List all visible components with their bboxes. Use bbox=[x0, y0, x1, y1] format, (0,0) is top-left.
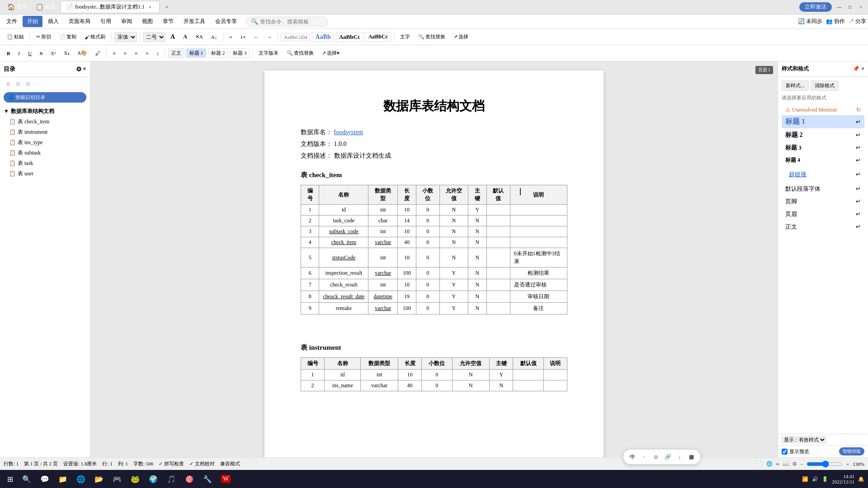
sidebar-item-subtask[interactable]: 📋 表 subtask bbox=[0, 148, 90, 158]
strikethrough-btn[interactable]: S bbox=[37, 49, 46, 57]
tab-close-btn[interactable]: × bbox=[146, 4, 154, 11]
ai-format-btn[interactable]: 智能排版 bbox=[839, 447, 864, 455]
style-header-apply-icon[interactable]: ↵ bbox=[856, 211, 861, 218]
float-download-btn[interactable]: ↓ bbox=[674, 451, 685, 462]
menu-review[interactable]: 审阅 bbox=[117, 16, 137, 27]
menu-start[interactable]: 开始 bbox=[23, 16, 42, 27]
style-preview-3[interactable]: AaBbCc bbox=[336, 32, 363, 42]
style-normal-apply-icon[interactable]: ↵ bbox=[856, 223, 861, 230]
align-right-btn[interactable]: ≡ bbox=[132, 49, 141, 57]
sidebar-item-ins-type[interactable]: 📋 表 ins_type bbox=[0, 137, 90, 148]
select-btn[interactable]: ↗ 选择 bbox=[450, 32, 472, 42]
style-preview-4[interactable]: AaBbCc bbox=[365, 32, 391, 42]
sidebar-settings-icon[interactable]: ⚙ bbox=[76, 66, 82, 73]
right-panel-close-icon[interactable]: × bbox=[861, 66, 864, 72]
view-focus-icon[interactable]: ⊙ bbox=[793, 461, 797, 467]
sidebar-btn-3[interactable]: □ bbox=[24, 79, 33, 88]
heading3-style-btn[interactable]: 标题 3 bbox=[230, 48, 250, 58]
menu-ref[interactable]: 引用 bbox=[96, 16, 116, 27]
font-large-btn[interactable]: A bbox=[167, 32, 178, 42]
style-link-apply-icon[interactable]: ↵ bbox=[856, 171, 861, 178]
align-center-btn[interactable]: ≡ bbox=[120, 49, 129, 57]
menu-insert[interactable]: 插入 bbox=[43, 16, 63, 27]
menu-layout[interactable]: 页面布局 bbox=[64, 16, 95, 27]
style-item-h2[interactable]: 标题 2 ↵ bbox=[782, 129, 864, 141]
right-panel-pin-icon[interactable]: 📌 bbox=[853, 66, 859, 72]
format-paint-btn[interactable]: 🖌 格式刷 bbox=[81, 32, 108, 42]
text-style-btn[interactable]: 文字版本 bbox=[255, 48, 282, 58]
close-btn[interactable]: × bbox=[857, 4, 864, 11]
select2-btn[interactable]: ↗ 选择▾ bbox=[319, 48, 343, 58]
search-input[interactable] bbox=[260, 19, 323, 25]
style-h3-apply-icon[interactable]: ↵ bbox=[856, 144, 861, 151]
italic-btn[interactable]: I bbox=[15, 49, 23, 57]
font-size-select[interactable]: 二号 bbox=[143, 32, 165, 42]
menu-vip[interactable]: 会员专享 bbox=[211, 16, 241, 27]
heading2-style-btn[interactable]: 标题 2 bbox=[208, 48, 228, 58]
preview-checkbox[interactable] bbox=[782, 449, 788, 455]
show-styles-select[interactable]: 显示：有效样式 bbox=[782, 436, 826, 443]
style-item-link[interactable]: 超链接 ↵ bbox=[782, 167, 864, 182]
superscript-btn[interactable]: X² bbox=[47, 49, 59, 57]
sidebar-item-root[interactable]: ▼ 数据库表结构文档 bbox=[0, 106, 90, 117]
indent-less-btn[interactable]: ← bbox=[250, 33, 262, 41]
float-emoji-btn[interactable]: ☺ bbox=[651, 451, 661, 462]
style-preview-2[interactable]: AaBb bbox=[312, 32, 334, 42]
view-normal-icon[interactable]: 📄 bbox=[756, 461, 763, 467]
style-h4-apply-icon[interactable]: ↵ bbox=[856, 157, 861, 164]
tab-document[interactable]: 📄 foodsyste...数据库设计文档1.1 × bbox=[61, 1, 160, 13]
font-color2-btn[interactable]: A🎨 bbox=[74, 49, 90, 57]
style-preview-1[interactable]: AaBbCcDd bbox=[281, 33, 310, 41]
align-left-btn[interactable]: ≡ bbox=[109, 49, 118, 57]
sidebar-close-icon[interactable]: × bbox=[83, 66, 86, 73]
view-web-icon[interactable]: 🌐 bbox=[766, 461, 773, 467]
menu-section[interactable]: 章节 bbox=[158, 16, 178, 27]
style-h2-apply-icon[interactable]: ↵ bbox=[856, 131, 861, 139]
menu-file[interactable]: 文件 bbox=[2, 16, 22, 27]
zoom-out-btn[interactable]: − bbox=[800, 461, 803, 467]
sidebar-item-instrument[interactable]: 📋 表 instrument bbox=[0, 127, 90, 137]
style-item-h3[interactable]: 标题 3 ↵ bbox=[782, 142, 864, 154]
menu-dev[interactable]: 开发工具 bbox=[179, 16, 210, 27]
new-style-btn[interactable]: 新样式... bbox=[782, 80, 809, 91]
find-replace-btn[interactable]: 🔍 查找替换 bbox=[415, 32, 448, 42]
cut-btn[interactable]: ✂ 剪切 bbox=[33, 32, 54, 42]
sidebar-btn-2[interactable]: □ bbox=[14, 79, 23, 88]
ai-toc-btn[interactable]: 🔵 智能识别目录 bbox=[4, 92, 86, 103]
style-item-h4[interactable]: 标题 4 ↵ bbox=[782, 155, 864, 166]
maximize-btn[interactable]: □ bbox=[846, 4, 854, 11]
clipboard-btn[interactable]: 📋 粘贴 bbox=[4, 32, 27, 42]
doc-area[interactable]: 页面 1 数据库表结构文档 数据库名： foodsystem 文档版本： 1.0… bbox=[90, 61, 778, 457]
find-btn[interactable]: 🔍 查找替换 bbox=[283, 48, 317, 58]
subscript-btn[interactable]: X₂ bbox=[61, 49, 72, 57]
text-direction-btn[interactable]: 文字 bbox=[397, 32, 413, 42]
sync-btn[interactable]: 🔄 未同步 bbox=[798, 18, 822, 25]
share-btn[interactable]: ↗ 分享 bbox=[849, 18, 866, 25]
float-dot-btn[interactable]: · bbox=[639, 451, 650, 462]
style-default-apply-icon[interactable]: ↵ bbox=[856, 185, 861, 192]
unresolved-refresh-icon[interactable]: ↻ bbox=[856, 107, 861, 113]
line-spacing-btn[interactable]: ↕ bbox=[153, 49, 162, 57]
db-name-link[interactable]: foodsystem bbox=[334, 129, 363, 136]
style-footer-apply-icon[interactable]: ↵ bbox=[856, 198, 861, 205]
list-number-btn[interactable]: 1≡ bbox=[237, 33, 249, 41]
bold-btn[interactable]: B bbox=[4, 49, 13, 57]
tab-home[interactable]: 🏠 首页 bbox=[4, 1, 30, 13]
zoom-slider[interactable] bbox=[807, 460, 843, 468]
style-item-header[interactable]: 页眉 ↵ bbox=[782, 208, 864, 220]
style-item-normal[interactable]: 正文 ↵ bbox=[782, 221, 864, 233]
sidebar-item-user[interactable]: 📋 表 user bbox=[0, 169, 90, 179]
heading1-style-btn[interactable]: 标题 1 bbox=[186, 48, 206, 58]
highlight-btn[interactable]: 🖊 bbox=[92, 49, 104, 57]
zoom-in-btn[interactable]: + bbox=[846, 461, 849, 467]
underline-btn[interactable]: U bbox=[25, 49, 35, 57]
new-tab-btn[interactable]: + bbox=[163, 4, 170, 11]
font-color-btn[interactable]: A↓ bbox=[208, 33, 220, 41]
sidebar-item-task[interactable]: 📋 表 task bbox=[0, 158, 90, 169]
clear-style-btn[interactable]: 清除格式 bbox=[811, 80, 839, 91]
collab-btn[interactable]: 👥 协作 bbox=[826, 18, 845, 25]
font-family-select[interactable]: 宋体 bbox=[114, 32, 137, 42]
copy-btn[interactable]: 📄 复制 bbox=[56, 32, 80, 42]
normal-style-btn[interactable]: 正文 bbox=[168, 48, 184, 58]
view-read-icon[interactable]: 📖 bbox=[783, 461, 789, 467]
